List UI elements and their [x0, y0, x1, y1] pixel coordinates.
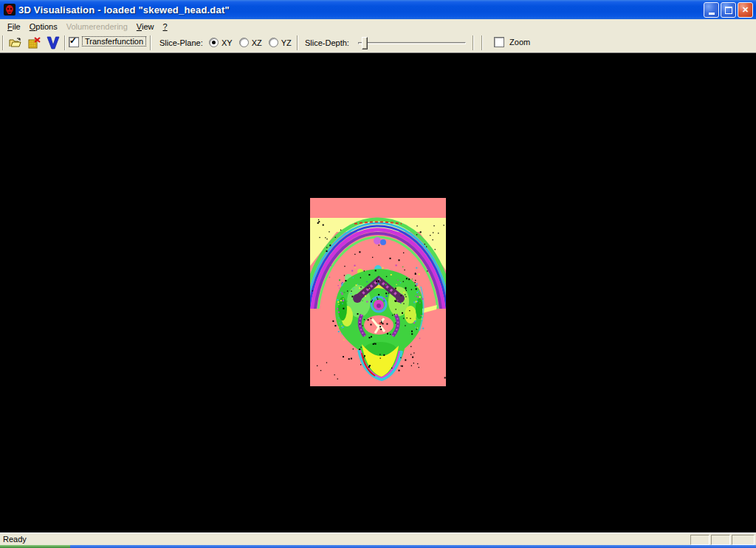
slice-plane-option-xy[interactable]: XY	[209, 38, 233, 47]
restore-button[interactable]	[721, 2, 736, 18]
statusbar-panes	[690, 535, 755, 545]
toolbar-separator	[150, 35, 151, 50]
start-button-strip[interactable]	[0, 545, 70, 548]
zoom-checkbox[interactable]	[494, 37, 504, 47]
toolbar-separator	[64, 35, 66, 50]
taskbar-strip[interactable]	[0, 545, 756, 548]
close-button[interactable]: ✕	[738, 2, 753, 18]
transferfunction-toggle[interactable]: Transferfunction	[69, 37, 146, 47]
slice-plane-options: XYXZYZ	[209, 38, 298, 49]
radio-label: YZ	[281, 38, 292, 47]
menu-options[interactable]: Options	[25, 21, 62, 32]
title-bar[interactable]: 3D Visualisation - loaded "skewed_head.d…	[0, 0, 756, 19]
toolbar: Transferfunction Slice-Plane: XYXZYZ Sli…	[0, 33, 756, 53]
statusbar-pane	[690, 535, 709, 545]
slice-plane-label: Slice-Plane:	[159, 38, 203, 47]
radio-icon[interactable]	[209, 38, 219, 47]
menu-help[interactable]: ?	[159, 21, 172, 32]
statusbar-pane	[711, 535, 730, 545]
close-texture-button[interactable]	[25, 35, 43, 51]
v-logo-icon	[46, 36, 61, 49]
minimize-button[interactable]	[704, 2, 719, 18]
menu-file[interactable]: File	[3, 21, 25, 32]
zoom-label[interactable]: Zoom	[509, 38, 530, 47]
menu-view[interactable]: View	[132, 21, 159, 32]
menu-volumerendering: Volumerendering	[62, 21, 132, 32]
toolbar-separator	[472, 35, 474, 50]
status-text: Ready	[3, 535, 27, 544]
radio-icon[interactable]	[239, 38, 249, 47]
zoom-toggle[interactable]: Zoom	[494, 37, 530, 47]
menu-bar: FileOptionsVolumerenderingView?	[0, 19, 756, 33]
radio-label: XZ	[252, 38, 262, 47]
window-title: 3D Visualisation - loaded "skewed_head.d…	[18, 4, 230, 16]
head-slice-image	[310, 198, 446, 386]
app-icon	[4, 4, 16, 16]
open-file-button[interactable]	[7, 35, 24, 51]
open-folder-icon	[9, 37, 22, 49]
volume-view-button[interactable]	[44, 35, 62, 51]
statusbar-pane	[732, 535, 755, 545]
slice-depth-slider-track[interactable]	[358, 42, 466, 44]
transferfunction-label[interactable]: Transferfunction	[82, 36, 146, 47]
slice-depth-slider-thumb[interactable]	[362, 37, 368, 49]
status-bar: Ready	[0, 532, 756, 545]
slice-depth-label: Slice-Depth:	[305, 38, 349, 47]
radio-label: XY	[221, 38, 233, 47]
toolbar-separator	[481, 35, 483, 50]
render-viewport	[0, 53, 756, 532]
radio-icon[interactable]	[269, 38, 278, 47]
transferfunction-checkbox[interactable]	[69, 37, 79, 47]
slice-plane-option-yz[interactable]: YZ	[269, 38, 292, 47]
toolbar-gripper[interactable]	[2, 35, 4, 50]
slice-plane-option-xz[interactable]: XZ	[239, 38, 262, 47]
texture-close-icon	[28, 37, 41, 49]
application-window: 3D Visualisation - loaded "skewed_head.d…	[0, 0, 756, 548]
toolbar-separator	[297, 35, 298, 50]
